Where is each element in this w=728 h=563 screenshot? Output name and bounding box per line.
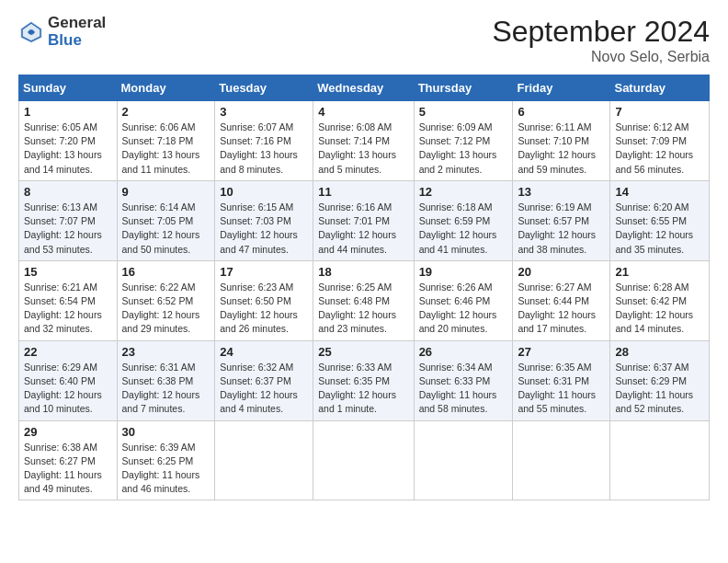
- day-number: 13: [518, 185, 605, 199]
- day-number: 30: [122, 425, 210, 439]
- logo-general-text: General: [48, 15, 106, 32]
- weekday-header-thursday: Thursday: [414, 75, 513, 101]
- day-info: Sunrise: 6:09 AMSunset: 7:12 PMDaylight:…: [419, 121, 508, 177]
- day-info: Sunrise: 6:25 AMSunset: 6:48 PMDaylight:…: [318, 281, 408, 337]
- day-number: 9: [122, 185, 210, 199]
- calendar-table: SundayMondayTuesdayWednesdayThursdayFrid…: [18, 75, 710, 500]
- day-number: 21: [615, 265, 704, 279]
- day-number: 6: [518, 105, 605, 119]
- calendar-cell: 12Sunrise: 6:18 AMSunset: 6:59 PMDayligh…: [414, 180, 513, 260]
- day-number: 15: [24, 265, 112, 279]
- day-info: Sunrise: 6:21 AMSunset: 6:54 PMDaylight:…: [24, 281, 112, 337]
- day-info: Sunrise: 6:15 AMSunset: 7:03 PMDaylight:…: [220, 201, 308, 257]
- day-info: Sunrise: 6:07 AMSunset: 7:16 PMDaylight:…: [220, 121, 308, 177]
- day-info: Sunrise: 6:12 AMSunset: 7:09 PMDaylight:…: [615, 121, 704, 177]
- day-info: Sunrise: 6:08 AMSunset: 7:14 PMDaylight:…: [318, 121, 408, 177]
- calendar-cell: [215, 420, 313, 500]
- day-number: 24: [220, 345, 308, 359]
- weekday-header-sunday: Sunday: [19, 75, 118, 101]
- calendar-cell: 23Sunrise: 6:31 AMSunset: 6:38 PMDayligh…: [117, 340, 215, 420]
- title-area: September 2024 Novo Selo, Serbia: [492, 15, 710, 65]
- weekday-header-tuesday: Tuesday: [215, 75, 313, 101]
- calendar-body: 1Sunrise: 6:05 AMSunset: 7:20 PMDaylight…: [19, 101, 710, 500]
- day-info: Sunrise: 6:11 AMSunset: 7:10 PMDaylight:…: [518, 121, 605, 177]
- day-info: Sunrise: 6:37 AMSunset: 6:29 PMDaylight:…: [615, 361, 704, 417]
- day-number: 27: [518, 345, 605, 359]
- day-info: Sunrise: 6:14 AMSunset: 7:05 PMDaylight:…: [122, 201, 210, 257]
- day-info: Sunrise: 6:26 AMSunset: 6:46 PMDaylight:…: [419, 281, 508, 337]
- calendar-cell: 11Sunrise: 6:16 AMSunset: 7:01 PMDayligh…: [313, 180, 414, 260]
- day-number: 5: [419, 105, 508, 119]
- day-number: 12: [419, 185, 508, 199]
- day-info: Sunrise: 6:19 AMSunset: 6:57 PMDaylight:…: [518, 201, 605, 257]
- day-info: Sunrise: 6:16 AMSunset: 7:01 PMDaylight:…: [318, 201, 408, 257]
- calendar-cell: 3Sunrise: 6:07 AMSunset: 7:16 PMDaylight…: [215, 101, 313, 181]
- location-title: Novo Selo, Serbia: [492, 49, 710, 65]
- calendar-cell: 9Sunrise: 6:14 AMSunset: 7:05 PMDaylight…: [117, 180, 215, 260]
- calendar-cell: 30Sunrise: 6:39 AMSunset: 6:25 PMDayligh…: [117, 420, 215, 500]
- day-info: Sunrise: 6:34 AMSunset: 6:33 PMDaylight:…: [419, 361, 508, 417]
- day-number: 26: [419, 345, 508, 359]
- calendar-cell: 28Sunrise: 6:37 AMSunset: 6:29 PMDayligh…: [610, 340, 710, 420]
- day-info: Sunrise: 6:18 AMSunset: 6:59 PMDaylight:…: [419, 201, 508, 257]
- page: General Blue September 2024 Novo Selo, S…: [0, 0, 728, 563]
- day-number: 16: [122, 265, 210, 279]
- calendar-cell: 5Sunrise: 6:09 AMSunset: 7:12 PMDaylight…: [414, 101, 513, 181]
- day-info: Sunrise: 6:33 AMSunset: 6:35 PMDaylight:…: [318, 361, 408, 417]
- calendar-cell: 21Sunrise: 6:28 AMSunset: 6:42 PMDayligh…: [610, 260, 710, 340]
- day-number: 7: [615, 105, 704, 119]
- calendar-cell: [414, 420, 513, 500]
- calendar-cell: 29Sunrise: 6:38 AMSunset: 6:27 PMDayligh…: [19, 420, 118, 500]
- calendar-week-row: 15Sunrise: 6:21 AMSunset: 6:54 PMDayligh…: [19, 260, 710, 340]
- day-number: 19: [419, 265, 508, 279]
- calendar-cell: 2Sunrise: 6:06 AMSunset: 7:18 PMDaylight…: [117, 101, 215, 181]
- day-info: Sunrise: 6:13 AMSunset: 7:07 PMDaylight:…: [24, 201, 112, 257]
- logo-icon: [18, 19, 44, 45]
- calendar-cell: 13Sunrise: 6:19 AMSunset: 6:57 PMDayligh…: [513, 180, 610, 260]
- calendar-cell: 4Sunrise: 6:08 AMSunset: 7:14 PMDaylight…: [313, 101, 414, 181]
- day-info: Sunrise: 6:22 AMSunset: 6:52 PMDaylight:…: [122, 281, 210, 337]
- day-info: Sunrise: 6:31 AMSunset: 6:38 PMDaylight:…: [122, 361, 210, 417]
- calendar-cell: 26Sunrise: 6:34 AMSunset: 6:33 PMDayligh…: [414, 340, 513, 420]
- day-info: Sunrise: 6:06 AMSunset: 7:18 PMDaylight:…: [122, 121, 210, 177]
- calendar-cell: 15Sunrise: 6:21 AMSunset: 6:54 PMDayligh…: [19, 260, 118, 340]
- day-info: Sunrise: 6:23 AMSunset: 6:50 PMDaylight:…: [220, 281, 308, 337]
- calendar-cell: 20Sunrise: 6:27 AMSunset: 6:44 PMDayligh…: [513, 260, 610, 340]
- day-number: 3: [220, 105, 308, 119]
- calendar-cell: [313, 420, 414, 500]
- calendar-cell: 14Sunrise: 6:20 AMSunset: 6:55 PMDayligh…: [610, 180, 710, 260]
- calendar-cell: 1Sunrise: 6:05 AMSunset: 7:20 PMDaylight…: [19, 101, 118, 181]
- month-title: September 2024: [492, 15, 710, 49]
- calendar-cell: [610, 420, 710, 500]
- day-number: 18: [318, 265, 408, 279]
- calendar-cell: [513, 420, 610, 500]
- day-number: 25: [318, 345, 408, 359]
- day-number: 1: [24, 105, 112, 119]
- weekday-header-monday: Monday: [117, 75, 215, 101]
- day-info: Sunrise: 6:38 AMSunset: 6:27 PMDaylight:…: [24, 441, 112, 497]
- calendar-week-row: 22Sunrise: 6:29 AMSunset: 6:40 PMDayligh…: [19, 340, 710, 420]
- day-info: Sunrise: 6:20 AMSunset: 6:55 PMDaylight:…: [615, 201, 704, 257]
- calendar-cell: 10Sunrise: 6:15 AMSunset: 7:03 PMDayligh…: [215, 180, 313, 260]
- day-info: Sunrise: 6:29 AMSunset: 6:40 PMDaylight:…: [24, 361, 112, 417]
- day-number: 17: [220, 265, 308, 279]
- calendar-cell: 7Sunrise: 6:12 AMSunset: 7:09 PMDaylight…: [610, 101, 710, 181]
- day-info: Sunrise: 6:27 AMSunset: 6:44 PMDaylight:…: [518, 281, 605, 337]
- logo-blue-text: Blue: [48, 32, 106, 50]
- day-info: Sunrise: 6:32 AMSunset: 6:37 PMDaylight:…: [220, 361, 308, 417]
- day-info: Sunrise: 6:39 AMSunset: 6:25 PMDaylight:…: [122, 441, 210, 497]
- calendar-cell: 25Sunrise: 6:33 AMSunset: 6:35 PMDayligh…: [313, 340, 414, 420]
- calendar-header-row: SundayMondayTuesdayWednesdayThursdayFrid…: [19, 75, 710, 101]
- calendar-cell: 24Sunrise: 6:32 AMSunset: 6:37 PMDayligh…: [215, 340, 313, 420]
- logo-text: General Blue: [48, 15, 106, 49]
- weekday-header-saturday: Saturday: [610, 75, 710, 101]
- day-number: 11: [318, 185, 408, 199]
- header: General Blue September 2024 Novo Selo, S…: [18, 15, 710, 65]
- day-number: 4: [318, 105, 408, 119]
- logo: General Blue: [18, 15, 106, 49]
- calendar-cell: 16Sunrise: 6:22 AMSunset: 6:52 PMDayligh…: [117, 260, 215, 340]
- weekday-header-friday: Friday: [513, 75, 610, 101]
- calendar-cell: 22Sunrise: 6:29 AMSunset: 6:40 PMDayligh…: [19, 340, 118, 420]
- calendar-week-row: 29Sunrise: 6:38 AMSunset: 6:27 PMDayligh…: [19, 420, 710, 500]
- calendar-week-row: 8Sunrise: 6:13 AMSunset: 7:07 PMDaylight…: [19, 180, 710, 260]
